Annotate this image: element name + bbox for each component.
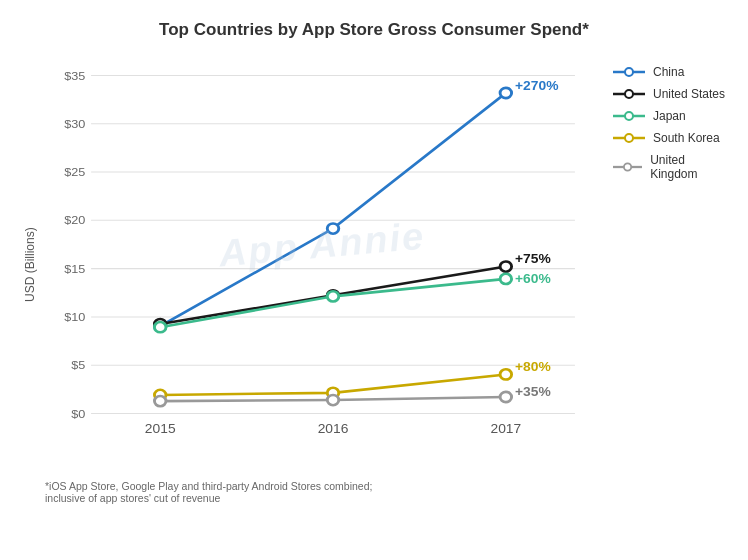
svg-point-46 bbox=[625, 134, 633, 142]
legend-line-china bbox=[613, 66, 645, 78]
legend-item-uk: United Kingdom bbox=[613, 153, 728, 181]
svg-point-30 bbox=[500, 392, 512, 402]
legend-line-us bbox=[613, 88, 645, 100]
svg-text:+270%: +270% bbox=[515, 79, 559, 93]
svg-text:$35: $35 bbox=[64, 69, 85, 82]
svg-text:$25: $25 bbox=[64, 166, 85, 179]
svg-point-18 bbox=[500, 88, 512, 98]
svg-point-17 bbox=[327, 223, 339, 233]
svg-text:2017: 2017 bbox=[490, 422, 521, 435]
legend-label-china: China bbox=[653, 65, 684, 79]
legend-line-southkorea bbox=[613, 132, 645, 144]
svg-point-21 bbox=[500, 261, 512, 271]
svg-point-28 bbox=[154, 396, 166, 406]
svg-text:+35%: +35% bbox=[515, 385, 551, 399]
legend: China United States bbox=[598, 55, 728, 475]
svg-point-22 bbox=[154, 322, 166, 332]
chart-title: Top Countries by App Store Gross Consume… bbox=[20, 20, 728, 40]
legend-line-japan bbox=[613, 110, 645, 122]
svg-text:+80%: +80% bbox=[515, 360, 551, 374]
svg-point-44 bbox=[625, 112, 633, 120]
footnote: *iOS App Store, Google Play and third-pa… bbox=[20, 480, 728, 504]
legend-label-southkorea: South Korea bbox=[653, 131, 720, 145]
svg-text:$5: $5 bbox=[71, 359, 85, 372]
svg-point-48 bbox=[624, 163, 631, 170]
svg-point-27 bbox=[500, 369, 512, 379]
svg-text:$20: $20 bbox=[64, 214, 85, 227]
svg-point-29 bbox=[327, 395, 339, 405]
svg-point-40 bbox=[625, 68, 633, 76]
legend-item-china: China bbox=[613, 65, 728, 79]
legend-line-uk bbox=[613, 161, 642, 173]
legend-label-uk: United Kingdom bbox=[650, 153, 728, 181]
legend-item-japan: Japan bbox=[613, 109, 728, 123]
svg-text:+60%: +60% bbox=[515, 272, 551, 286]
chart-container: Top Countries by App Store Gross Consume… bbox=[0, 0, 748, 560]
svg-text:$15: $15 bbox=[64, 262, 85, 275]
svg-point-23 bbox=[327, 291, 339, 301]
chart-svg: $35 $30 $25 $20 $15 $10 $5 $0 bbox=[45, 55, 598, 435]
svg-text:$30: $30 bbox=[64, 118, 85, 131]
legend-label-japan: Japan bbox=[653, 109, 686, 123]
svg-point-42 bbox=[625, 90, 633, 98]
svg-text:$10: $10 bbox=[64, 311, 85, 324]
legend-label-us: United States bbox=[653, 87, 725, 101]
y-axis-label: USD (Billions) bbox=[20, 55, 40, 475]
svg-point-24 bbox=[500, 274, 512, 284]
svg-text:2016: 2016 bbox=[318, 422, 349, 435]
svg-text:2015: 2015 bbox=[145, 422, 176, 435]
plot-area: App Annie $35 bbox=[45, 55, 598, 435]
legend-item-us: United States bbox=[613, 87, 728, 101]
svg-text:+75%: +75% bbox=[515, 252, 551, 266]
svg-text:$0: $0 bbox=[71, 407, 85, 420]
legend-item-southkorea: South Korea bbox=[613, 131, 728, 145]
